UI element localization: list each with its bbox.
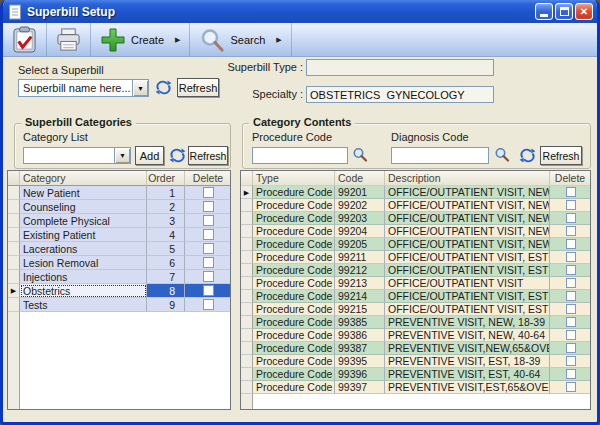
category-cell[interactable]: Obstetrics [20,284,147,298]
code-cell[interactable]: 99395 [335,355,385,368]
delete-checkbox[interactable] [566,317,576,327]
diagnosis-lookup-button[interactable] [493,147,510,164]
description-cell[interactable]: OFFICE/OUTPATIENT VISIT [385,277,550,290]
delete-checkbox[interactable] [566,356,576,366]
delete-cell[interactable] [550,225,591,238]
delete-checkbox[interactable] [566,226,576,236]
type-cell[interactable]: Procedure Code [253,316,335,329]
type-cell[interactable]: Procedure Code [253,368,335,381]
delete-checkbox[interactable] [566,343,576,353]
table-row[interactable]: ▶ Procedure Code 99212 OFFICE/OUTPATIENT… [241,264,590,277]
table-row[interactable]: ▶ Procedure Code 99386 PREVENTIVE VISIT,… [241,329,590,342]
procedure-lookup-button[interactable] [351,147,368,164]
delete-checkbox[interactable] [566,330,576,340]
table-row[interactable]: ▶ Complete Physical 3 [8,214,230,228]
table-row[interactable]: ▶ Existing Patient 4 [8,228,230,242]
delete-cell[interactable] [185,284,231,298]
description-cell[interactable]: OFFICE/OUTPATIENT VISIT, NEW [385,238,550,251]
column-header-type[interactable]: Type [253,171,335,186]
table-row[interactable]: ▶ Procedure Code 99214 OFFICE/OUTPATIENT… [241,290,590,303]
code-cell[interactable]: 99211 [335,251,385,264]
table-row[interactable]: ▶ Procedure Code 99211 OFFICE/OUTPATIENT… [241,251,590,264]
delete-cell[interactable] [550,186,591,199]
type-cell[interactable]: Procedure Code [253,238,335,251]
column-header-delete[interactable]: Delete [550,171,591,186]
table-row[interactable]: ▶ Procedure Code 99201 OFFICE/OUTPATIENT… [241,186,590,199]
table-row[interactable]: ▶ Procedure Code 99213 OFFICE/OUTPATIENT… [241,277,590,290]
create-button[interactable]: Create ▶ [91,23,190,56]
search-button[interactable]: Search ▶ [190,23,291,56]
delete-cell[interactable] [550,381,591,394]
specialty-field[interactable] [306,86,494,103]
order-cell[interactable]: 1 [147,186,185,200]
category-cell[interactable]: Lacerations [20,242,147,256]
column-header-delete[interactable]: Delete [185,171,231,186]
code-cell[interactable]: 99396 [335,368,385,381]
code-cell[interactable]: 99203 [335,212,385,225]
order-cell[interactable]: 2 [147,200,185,214]
delete-cell[interactable] [185,256,231,270]
superbill-dropdown[interactable]: Superbill name here... ▼ [18,79,149,97]
table-row[interactable]: ▶ Procedure Code 99396 PREVENTIVE VISIT,… [241,368,590,381]
delete-cell[interactable] [550,342,591,355]
contents-refresh-button[interactable]: Refresh [540,146,582,165]
type-cell[interactable]: Procedure Code [253,264,335,277]
table-row[interactable]: ▶ Procedure Code 99387 PREVENTIVE VISIT,… [241,342,590,355]
delete-cell[interactable] [550,329,591,342]
save-button[interactable] [3,23,47,56]
code-cell[interactable]: 99214 [335,290,385,303]
code-cell[interactable]: 99397 [335,381,385,394]
delete-cell[interactable] [185,214,231,228]
code-cell[interactable]: 99212 [335,264,385,277]
description-cell[interactable]: PREVENTIVE VISIT, EST, 40-64 [385,368,550,381]
description-cell[interactable]: PREVENTIVE VISIT,EST,65&OVER [385,381,550,394]
delete-cell[interactable] [550,368,591,381]
code-cell[interactable]: 99386 [335,329,385,342]
category-cell[interactable]: Counseling [20,200,147,214]
description-cell[interactable]: PREVENTIVE VISIT,NEW,65&OVER [385,342,550,355]
column-header-code[interactable]: Code [335,171,385,186]
delete-cell[interactable] [550,264,591,277]
delete-checkbox[interactable] [203,243,214,254]
categories-refresh-button[interactable]: Refresh [188,146,228,165]
description-cell[interactable]: PREVENTIVE VISIT, EST, 18-39 [385,355,550,368]
table-row[interactable]: ▶ Counseling 2 [8,200,230,214]
code-cell[interactable]: 99387 [335,342,385,355]
delete-cell[interactable] [550,277,591,290]
order-cell[interactable]: 4 [147,228,185,242]
delete-checkbox[interactable] [203,257,214,268]
category-cell[interactable]: New Patient [20,186,147,200]
description-cell[interactable]: OFFICE/OUTPATIENT VISIT, EST [385,264,550,277]
delete-checkbox[interactable] [566,213,576,223]
type-cell[interactable]: Procedure Code [253,381,335,394]
table-row[interactable]: ▶ Procedure Code 99205 OFFICE/OUTPATIENT… [241,238,590,251]
delete-checkbox[interactable] [203,229,214,240]
delete-checkbox[interactable] [566,200,576,210]
order-cell[interactable]: 9 [147,298,185,312]
category-cell[interactable]: Injections [20,270,147,284]
delete-cell[interactable] [185,270,231,284]
delete-checkbox[interactable] [566,291,576,301]
delete-cell[interactable] [550,238,591,251]
type-cell[interactable]: Procedure Code [253,251,335,264]
code-cell[interactable]: 99385 [335,316,385,329]
description-cell[interactable]: OFFICE/OUTPATIENT VISIT, NEW [385,199,550,212]
order-cell[interactable]: 7 [147,270,185,284]
order-cell[interactable]: 3 [147,214,185,228]
maximize-button[interactable] [555,3,573,20]
categories-refresh-icon-button[interactable] [168,148,186,164]
category-cell[interactable]: Lesion Removal [20,256,147,270]
table-row[interactable]: ▶ Tests 9 [8,298,230,312]
description-cell[interactable]: OFFICE/OUTPATIENT VISIT, NEW [385,225,550,238]
delete-checkbox[interactable] [566,265,576,275]
procedure-code-input[interactable] [252,147,348,164]
delete-checkbox[interactable] [203,285,214,296]
delete-checkbox[interactable] [203,187,214,198]
close-button[interactable]: ✕ [575,3,593,20]
delete-checkbox[interactable] [566,382,576,392]
column-header-category[interactable]: Category [20,171,147,186]
delete-checkbox[interactable] [566,278,576,288]
type-cell[interactable]: Procedure Code [253,290,335,303]
description-cell[interactable]: OFFICE/OUTPATIENT VISIT, EST [385,251,550,264]
delete-cell[interactable] [185,200,231,214]
